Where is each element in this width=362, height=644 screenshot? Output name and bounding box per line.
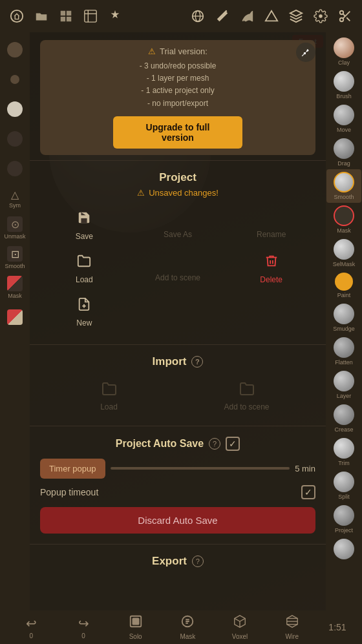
sidebar-item-sym[interactable]: △ Sym (3, 185, 27, 212)
param1-swatch (7, 131, 23, 147)
paint-label: Paint (337, 292, 351, 298)
sidebar-item-drag[interactable]: Drag (326, 136, 361, 169)
svg-point-0 (11, 10, 23, 22)
save-as-button[interactable]: Save As (131, 204, 225, 247)
sidebar-item-flatten[interactable]: Flatten (326, 335, 361, 368)
project-actions-row2: Load Add to scene Delete (37, 247, 318, 291)
top-toolbar (0, 0, 362, 32)
autosave-help-icon[interactable]: ? (209, 438, 220, 450)
flatten-label: Flatten (335, 359, 353, 366)
brush-size-indicator (10, 75, 19, 84)
trial-line4: - no import/export (147, 99, 208, 108)
mask-bottom-icon (180, 614, 195, 632)
mask-bottom-button[interactable]: Mask (172, 614, 203, 640)
grid-icon[interactable] (54, 5, 78, 28)
sidebar-item-project[interactable]: Project (326, 503, 361, 536)
bottom-toolbar: ↩ 0 ↪ 0 Solo Mask Voxel Wire 1:51 (0, 610, 362, 644)
layers-icon[interactable] (284, 5, 308, 28)
timer-popup-button[interactable]: Timer popup (40, 459, 105, 479)
discard-autosave-button[interactable]: Discard Auto Save (40, 507, 315, 534)
scissors-icon[interactable] (334, 5, 357, 28)
divider-3 (30, 426, 326, 426)
sidebar-item-paint[interactable]: Paint (326, 270, 361, 301)
sidebar-item-color[interactable] (3, 36, 27, 63)
fill-icon[interactable] (235, 5, 259, 28)
project-label: Project (335, 527, 353, 534)
sidebar-item-brush[interactable]: Brush (326, 68, 361, 102)
import-load-button[interactable]: Load (40, 375, 178, 418)
load-icon (77, 254, 91, 271)
trial-lines: - 3 undo/redo possible - 1 layer per mes… (140, 60, 217, 110)
sidebar-item-param1[interactable] (3, 125, 27, 152)
sidebar-mask-left-label: Mask (8, 293, 22, 299)
export-title: Export (152, 555, 187, 568)
sparkle-icon[interactable] (103, 5, 127, 28)
popup-timeout-label: Popup timeout (40, 487, 98, 497)
sidebar-item-selmask[interactable]: SelMask (326, 236, 361, 270)
sidebar-item-clay[interactable]: Clay (326, 35, 361, 68)
trim-sphere (334, 438, 354, 459)
rename-button[interactable]: Rename (224, 204, 318, 247)
unsaved-text: Unsaved changes! (149, 188, 218, 198)
sidebar-item-smudge[interactable]: Smudge (326, 301, 361, 335)
sidebar-item-smooth[interactable]: Smooth (326, 169, 361, 203)
sidebar-item-crease[interactable]: Crease (326, 402, 361, 435)
svg-rect-4 (67, 17, 71, 21)
new-button[interactable]: New (37, 291, 131, 334)
voxel-button[interactable]: Voxel (224, 614, 255, 640)
settings-icon[interactable] (309, 5, 332, 28)
globe-icon[interactable] (186, 5, 209, 28)
save-icon (77, 211, 91, 228)
wire-icon (285, 614, 299, 632)
load-button[interactable]: Load (37, 247, 131, 291)
trim-label: Trim (338, 460, 350, 466)
sidebar-item-trim[interactable]: Trim (326, 435, 361, 469)
wire-label: Wire (285, 633, 299, 640)
add-to-scene-button[interactable]: Add to scene (131, 247, 225, 291)
brush-sphere (334, 71, 354, 92)
wire-button[interactable]: Wire (277, 614, 308, 640)
sidebar-item-mask[interactable]: Mask (326, 203, 361, 236)
toolbar-right (186, 5, 357, 28)
sidebar-item-smooth[interactable]: ⊡ Smooth (3, 244, 27, 271)
undo-button[interactable]: ↩ 0 (16, 616, 47, 639)
white-swatch (7, 101, 23, 117)
timer-slider[interactable] (111, 467, 290, 470)
upgrade-button[interactable]: Upgrade to full version (113, 116, 242, 149)
sidebar-item-brush-size[interactable] (3, 66, 27, 93)
redo-button[interactable]: ↪ 0 (68, 616, 99, 639)
sidebar-item-split[interactable]: Split (326, 469, 361, 503)
export-help-icon[interactable]: ? (192, 556, 204, 567)
autosave-checkbox[interactable]: ✓ (226, 437, 240, 451)
selmask-label: SelMask (333, 261, 356, 267)
sidebar-item-cross[interactable] (3, 304, 27, 331)
folder-icon[interactable] (30, 5, 53, 28)
solo-icon (129, 614, 143, 632)
popup-timeout-checkbox[interactable]: ✓ (301, 485, 315, 499)
home-icon[interactable] (5, 5, 28, 28)
pin-button[interactable] (296, 43, 315, 62)
pen-icon[interactable] (211, 5, 234, 28)
last-sphere (334, 539, 354, 559)
import-add-scene-button[interactable]: Add to scene (178, 375, 315, 418)
sidebar-item-move[interactable]: Move (326, 102, 361, 136)
table-icon[interactable] (79, 5, 102, 28)
save-button[interactable]: Save (37, 204, 131, 247)
sidebar-item-unmask[interactable]: ⊙ Unmask (3, 214, 27, 242)
sidebar-item-white[interactable] (3, 96, 27, 123)
split-label: Split (338, 493, 350, 500)
layer-sphere (334, 371, 354, 391)
sidebar-item-param2[interactable] (3, 155, 27, 182)
voxel-label: Voxel (232, 633, 248, 640)
import-help-icon[interactable]: ? (191, 356, 203, 368)
sidebar-item-last[interactable] (326, 536, 361, 562)
sidebar-item-mask-left[interactable]: Mask (3, 274, 27, 301)
autosave-title: Project Auto Save (116, 438, 204, 450)
trial-line3: - 1 active project only (141, 86, 214, 95)
delete-button[interactable]: Delete (224, 247, 318, 291)
empty-1 (131, 291, 225, 334)
project-actions-row1: Save Save As Rename (37, 204, 318, 247)
sidebar-item-layer[interactable]: Layer (326, 368, 361, 402)
triangle-icon[interactable] (260, 5, 283, 28)
solo-button[interactable]: Solo (120, 614, 151, 640)
